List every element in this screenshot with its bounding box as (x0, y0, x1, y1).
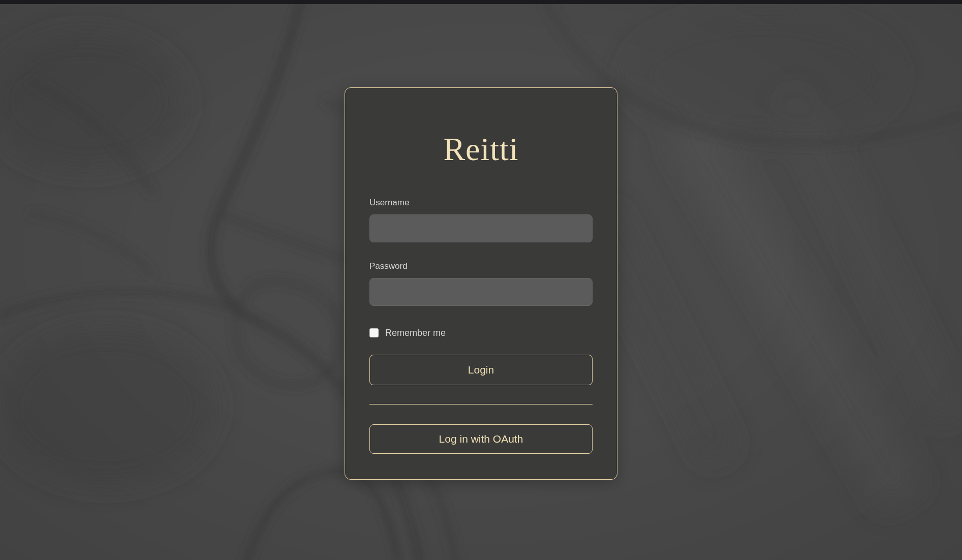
remember-me-checkbox[interactable] (369, 328, 379, 337)
divider (369, 404, 593, 405)
app-title: Reitti (369, 133, 593, 166)
page-viewport: Reitti Username Password Remember me Log… (0, 0, 962, 560)
login-card: Reitti Username Password Remember me Log… (345, 87, 617, 480)
username-label: Username (369, 198, 593, 208)
password-label: Password (369, 261, 593, 271)
login-button[interactable]: Login (369, 355, 593, 385)
remember-me-row: Remember me (369, 327, 593, 338)
remember-me-label: Remember me (385, 328, 446, 338)
username-input[interactable] (369, 214, 593, 242)
top-bar (0, 0, 962, 4)
password-input[interactable] (369, 278, 593, 306)
oauth-login-button[interactable]: Log in with OAuth (369, 424, 593, 454)
